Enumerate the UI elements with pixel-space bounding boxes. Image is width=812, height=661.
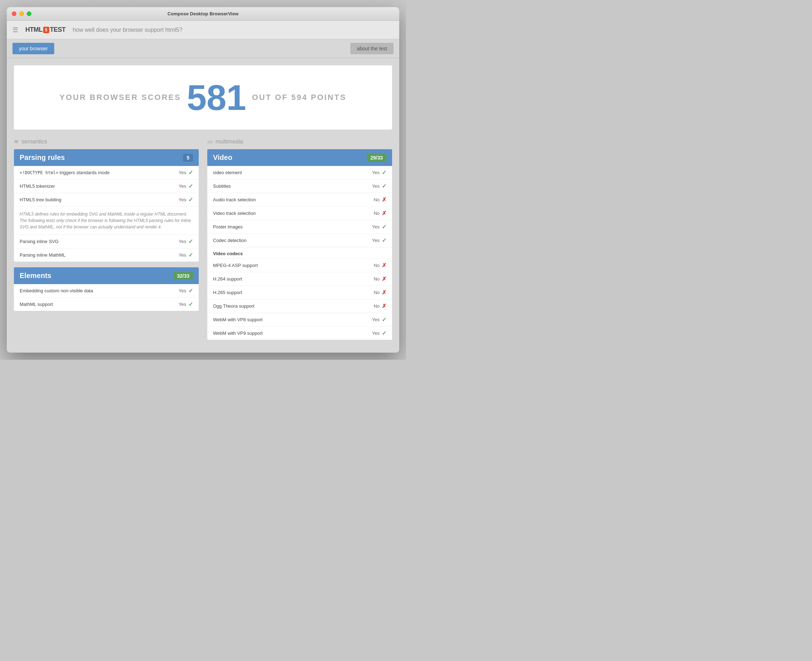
item-name: Poster images — [213, 224, 372, 230]
item-result: No ✗ — [374, 276, 386, 282]
check-icon: ✗ — [382, 276, 386, 282]
result-text: Yes — [179, 252, 186, 258]
table-row: MPEG-4 ASP support No ✗ — [207, 259, 392, 272]
semantics-header: ≋ semantics — [14, 138, 199, 145]
maximize-button[interactable] — [27, 11, 32, 16]
result-text: No — [374, 276, 380, 282]
elements-block: Elements 32/33 Embedding custom non-visi… — [14, 267, 199, 311]
table-row: Subtitles Yes ✓ — [207, 179, 392, 193]
table-row: Audio track selection No ✗ — [207, 193, 392, 207]
window-title: Compose Desktop BrowserView — [167, 11, 238, 16]
item-result: Yes ✓ — [179, 301, 193, 308]
score-banner: YOUR BROWSER SCORES 581 OUT OF 594 POINT… — [14, 65, 392, 129]
elements-score: 32/33 — [174, 272, 193, 280]
logo-html: HTML — [25, 26, 43, 34]
parsing-rules-items: <!DOCTYPE html> triggers standards mode … — [14, 166, 199, 262]
item-result: Yes ✓ — [372, 183, 386, 190]
item-result: No ✗ — [374, 289, 386, 296]
elements-header: Elements 32/33 — [14, 267, 199, 284]
table-row: Parsing inline MathML Yes ✓ — [14, 248, 199, 262]
item-name: Parsing inline MathML — [20, 252, 179, 258]
table-row: H.265 support No ✗ — [207, 286, 392, 299]
score-post-label: OUT OF 594 POINTS — [252, 93, 346, 102]
video-title: Video — [213, 153, 232, 162]
parsing-rules-block: Parsing rules 5 <!DOCTYPE html> triggers… — [14, 149, 199, 262]
item-name: HTML5 tokenizer — [20, 184, 179, 189]
check-icon: ✓ — [188, 252, 193, 259]
item-result: Yes ✓ — [179, 169, 193, 176]
check-icon: ✗ — [382, 289, 386, 296]
item-name: video element — [213, 170, 372, 175]
item-name: Video track selection — [213, 211, 374, 216]
video-score: 29/33 — [367, 154, 386, 162]
main-content: YOUR BROWSER SCORES 581 OUT OF 594 POINT… — [7, 58, 399, 353]
item-name: Codec detection — [213, 238, 372, 243]
hamburger-icon[interactable]: ☰ — [13, 27, 18, 33]
table-row: Poster images Yes ✓ — [207, 220, 392, 234]
item-result: Yes ✓ — [179, 238, 193, 245]
table-row: HTML5 tree building Yes ✓ — [14, 193, 199, 207]
item-name: MPEG-4 ASP support — [213, 263, 374, 268]
check-icon: ✗ — [382, 210, 386, 217]
multimedia-icon: ▭ — [207, 138, 213, 145]
check-icon: ✓ — [382, 183, 386, 190]
table-row: MathML support Yes ✓ — [14, 298, 199, 311]
elements-items: Embedding custom non-visible data Yes ✓ … — [14, 284, 199, 311]
table-row: Video track selection No ✗ — [207, 207, 392, 220]
table-row: WebM with VP9 support Yes ✓ — [207, 327, 392, 340]
item-result: Yes ✓ — [372, 330, 386, 337]
result-text: No — [374, 211, 380, 216]
result-text: Yes — [372, 224, 380, 230]
check-icon: ✓ — [382, 316, 386, 323]
item-result: Yes ✓ — [179, 287, 193, 294]
item-result: Yes ✓ — [372, 237, 386, 244]
about-test-tab[interactable]: about the test — [350, 43, 393, 54]
score-pre-label: YOUR BROWSER SCORES — [60, 93, 181, 102]
check-icon: ✓ — [188, 301, 193, 308]
titlebar: Compose Desktop BrowserView — [7, 7, 399, 21]
semantics-icon: ≋ — [14, 138, 19, 145]
item-name: Subtitles — [213, 184, 372, 189]
result-text: Yes — [179, 302, 186, 307]
your-browser-tab[interactable]: your browser — [13, 43, 54, 54]
item-result: No ✗ — [374, 196, 386, 203]
minimize-button[interactable] — [19, 11, 24, 16]
result-text: Yes — [179, 288, 186, 294]
check-icon: ✓ — [188, 183, 193, 190]
parsing-rules-title: Parsing rules — [20, 153, 65, 162]
table-row: Embedding custom non-visible data Yes ✓ — [14, 284, 199, 298]
navbar: ☰ HTML 5 TEST how well does your browser… — [7, 21, 399, 39]
item-name: Embedding custom non-visible data — [20, 288, 179, 294]
check-icon: ✓ — [188, 238, 193, 245]
logo: HTML 5 TEST — [25, 26, 66, 34]
video-items: video element Yes ✓ Subtitles Yes ✓ — [207, 166, 392, 340]
parsing-rules-note: HTML5 defines rules for embedding SVG an… — [14, 207, 199, 235]
item-result: No ✗ — [374, 210, 386, 217]
score-text: YOUR BROWSER SCORES 581 OUT OF 594 POINT… — [25, 80, 381, 115]
result-text: No — [374, 197, 380, 202]
check-icon: ✓ — [188, 169, 193, 176]
item-name: HTML5 tree building — [20, 197, 179, 202]
semantics-label: semantics — [21, 139, 47, 145]
check-icon: ✗ — [382, 196, 386, 203]
item-name: H.265 support — [213, 290, 374, 295]
check-icon: ✓ — [188, 196, 193, 203]
table-row: video element Yes ✓ — [207, 166, 392, 179]
result-text: Yes — [179, 170, 186, 175]
table-row: Codec detection Yes ✓ — [207, 234, 392, 247]
check-icon: ✓ — [188, 287, 193, 294]
close-button[interactable] — [12, 11, 16, 16]
item-name: Audio track selection — [213, 197, 374, 202]
check-icon: ✗ — [382, 262, 386, 269]
check-icon: ✓ — [382, 169, 386, 176]
item-name: <!DOCTYPE html> triggers standards mode — [20, 170, 179, 175]
item-result: No ✗ — [374, 303, 386, 310]
table-row: <!DOCTYPE html> triggers standards mode … — [14, 166, 199, 179]
result-text: Yes — [372, 317, 380, 322]
traffic-lights — [12, 11, 32, 16]
result-text: No — [374, 263, 380, 268]
parsing-rules-header: Parsing rules 5 — [14, 149, 199, 166]
result-text: Yes — [372, 330, 380, 336]
result-text: Yes — [179, 197, 186, 202]
item-result: Yes ✓ — [372, 169, 386, 176]
